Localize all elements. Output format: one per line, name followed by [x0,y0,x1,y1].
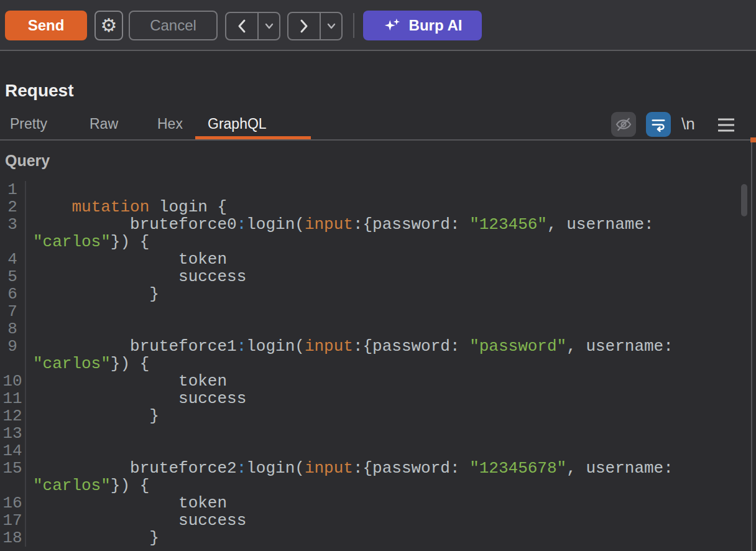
code-row[interactable]: 12 } [0,407,741,425]
line-number: 18 [0,529,26,547]
dropdown-caret-icon [264,23,274,29]
code-line: } [26,529,741,547]
line-number: 10 [0,373,26,390]
cancel-button[interactable]: Cancel [129,11,218,40]
code-line: bruteforce2:login(input:{password: "1234… [26,460,741,477]
inspector-accent-mark [750,137,756,142]
line-number: 8 [0,320,26,338]
code-row[interactable]: 14 [0,442,741,460]
line-number: 9 [0,338,26,355]
code-row[interactable]: 13 [0,425,741,442]
settings-button[interactable]: ⚙ [94,11,123,40]
code-line: "carlos"}) { [26,477,741,494]
code-line [26,320,741,338]
line-number [0,477,26,494]
word-wrap-toggle-button[interactable] [646,112,671,137]
code-line: bruteforce0:login(input:{password: "1234… [26,216,741,233]
code-row[interactable]: 2 mutation login { [0,198,741,216]
back-button[interactable] [226,13,259,39]
editor-scrollbar-thumb[interactable] [741,184,747,216]
code-line [26,303,741,320]
code-row[interactable]: 15 bruteforce2:login(input:{password: "1… [0,460,741,477]
code-row[interactable]: 18 } [0,529,741,547]
forward-button[interactable] [288,13,321,39]
back-chevron-icon [235,18,249,34]
line-number: 7 [0,303,26,320]
code-line: token [26,251,741,268]
tab-pretty[interactable]: Pretty [10,116,47,132]
code-row[interactable]: 5 success [0,268,741,285]
line-number [0,355,26,373]
sparkles-icon [383,16,402,35]
line-number: 1 [0,181,26,198]
line-number: 11 [0,390,26,407]
code-row[interactable]: "carlos"}) { [0,477,741,494]
line-number: 2 [0,198,26,216]
code-line: mutation login { [26,198,741,216]
code-row[interactable]: 1 [0,181,741,198]
line-number: 12 [0,407,26,425]
gear-icon: ⚙ [101,16,118,35]
eye-slash-icon [615,116,632,133]
line-number: 6 [0,285,26,303]
line-number: 15 [0,460,26,477]
code-line: success [26,390,741,407]
back-dropdown-button[interactable] [259,13,279,39]
line-number: 13 [0,425,26,442]
tab-hex[interactable]: Hex [157,116,183,132]
code-line: "carlos"}) { [26,355,741,373]
code-line: } [26,407,741,425]
code-row[interactable]: 17 success [0,512,741,529]
word-wrap-icon [650,116,666,132]
code-line: success [26,512,741,529]
code-line: token [26,494,741,512]
code-line: token [26,373,741,390]
tab-graphql[interactable]: GraphQL [208,116,267,132]
code-row[interactable]: 3 bruteforce0:login(input:{password: "12… [0,216,741,233]
tabs-bottom-border [0,139,756,141]
tab-raw[interactable]: Raw [90,116,118,132]
line-number: 3 [0,216,26,233]
code-row[interactable]: 10 token [0,373,741,390]
code-line: } [26,285,741,303]
request-panel-title: Request [5,81,73,101]
code-row[interactable]: 16 token [0,494,741,512]
burp-ai-label: Burp AI [409,17,463,34]
editor-menu-button[interactable] [715,114,737,136]
code-row[interactable]: 7 [0,303,741,320]
code-line: "carlos"}) { [26,233,741,251]
code-row[interactable]: 6 } [0,285,741,303]
line-number [0,233,26,251]
code-row[interactable]: "carlos"}) { [0,355,741,373]
line-number: 4 [0,251,26,268]
code-line [26,442,741,460]
code-line [26,425,741,442]
code-row[interactable]: "carlos"}) { [0,233,741,251]
hamburger-menu-icon [716,116,737,134]
repeater-toolbar: Send ⚙ Cancel [0,0,756,51]
readability-toggle-button[interactable] [611,112,636,137]
linebreaks-toggle-button[interactable]: \n [681,114,695,134]
code-row[interactable]: 11 success [0,390,741,407]
toolbar-divider [353,13,354,38]
code-row[interactable]: 8 [0,320,741,338]
history-back-group [225,12,280,40]
send-button[interactable]: Send [5,11,87,40]
inspector-panel-divider[interactable] [751,142,752,551]
code-line [26,181,741,198]
line-number: 14 [0,442,26,460]
burp-ai-button[interactable]: Burp AI [363,11,482,40]
code-line: success [26,268,741,285]
dropdown-caret-icon [326,23,336,29]
code-row[interactable]: 4 token [0,251,741,268]
line-number: 16 [0,494,26,512]
line-number: 17 [0,512,26,529]
code-line: bruteforce1:login(input:{password: "pass… [26,338,741,355]
code-row[interactable]: 9 bruteforce1:login(input:{password: "pa… [0,338,741,355]
forward-dropdown-button[interactable] [321,13,341,39]
query-section-label: Query [5,152,50,170]
forward-chevron-icon [297,18,311,34]
history-forward-group [287,12,343,40]
line-number: 5 [0,268,26,285]
code-editor[interactable]: 12 mutation login {3 bruteforce0:login(i… [0,181,741,547]
